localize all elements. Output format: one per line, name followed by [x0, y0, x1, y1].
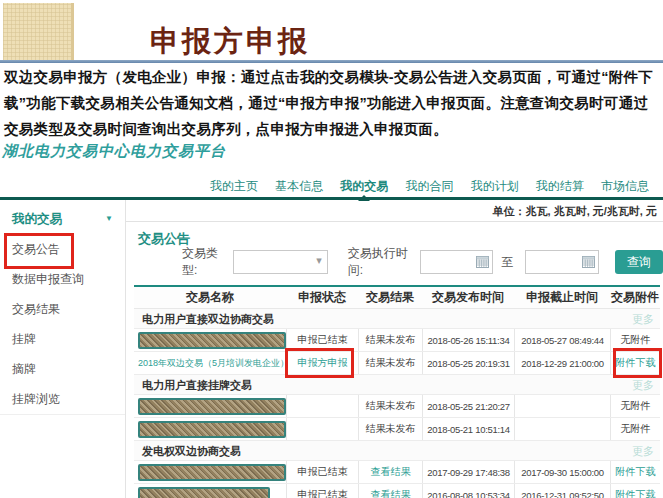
app-area: 我的交易 ▼ 交易公告 数据申报查询 交易结果 挂牌 摘牌 挂牌浏览 单位：兆瓦…	[0, 200, 663, 498]
declare-status: 申报已结束	[298, 465, 348, 479]
attachment-download-link[interactable]: 附件下载	[616, 465, 656, 479]
nav-item-my-settlement[interactable]: 我的结算	[536, 176, 584, 197]
chevron-down-icon: ▼	[105, 207, 113, 231]
deadline-time: 2016-12-31 09:52:50	[521, 490, 604, 498]
sidebar-item-listing-browse[interactable]: 挂牌浏览	[0, 384, 125, 414]
trade-type-select[interactable]: ▾	[233, 250, 328, 274]
sidebar-group-my-trades[interactable]: 我的交易 ▼	[0, 206, 125, 230]
redacted-trade-name[interactable]	[138, 398, 286, 415]
nav-item-market-info[interactable]: 市场信息	[601, 176, 649, 197]
trade-result: 结果未发布	[366, 399, 416, 413]
redacted-trade-name[interactable]	[138, 464, 286, 481]
nav-item-home[interactable]: 我的主页	[210, 176, 258, 197]
nav-item-my-trades[interactable]: 我的交易	[340, 176, 388, 197]
group-row: 发电权双边协商交易 更多	[134, 441, 660, 461]
table-row: 申报已结束 结果未发布 2018-05-26 15:11:34 2018-05-…	[134, 329, 660, 352]
trade-name-link[interactable]: 2018年双边交易（5月培训发电企业）	[138, 357, 289, 370]
nav-item-basic-info[interactable]: 基本信息	[275, 176, 323, 197]
group-row: 电力用户直接双边协商交易 更多	[134, 309, 660, 329]
attachment-none: 无附件	[621, 422, 651, 436]
table-header: 交易名称 申报状态 交易结果 交易发布时间 申报截止时间 交易附件	[134, 287, 660, 309]
publish-time: 2018-05-21 10:51:14	[427, 424, 510, 435]
more-link[interactable]: 更多	[632, 441, 654, 461]
deadline-time: 2018-12-29 21:00:00	[521, 358, 604, 369]
slide: 申报方申报 双边交易申报方（发电企业）申报：通过点击我的交易模块-交易公告进入交…	[0, 0, 663, 498]
main-content: 单位：兆瓦, 兆瓦时, 元/兆瓦时, 元 交易公告 交易类型: ▾ 交易执行时间…	[126, 200, 663, 498]
content-divider	[126, 221, 663, 222]
sidebar-group-label: 我的交易	[12, 212, 62, 226]
header-trade-name: 交易名称	[134, 289, 286, 306]
table-row: 申报已结束 查看结果 2016-08-08 10:53:34 2016-12-3…	[134, 484, 660, 498]
group-title: 电力用户直接双边协商交易	[142, 313, 274, 325]
description-lead: 双边交易申报方（发电企业）申报：	[4, 69, 241, 85]
trade-type-label: 交易类型:	[182, 245, 229, 279]
header-deadline: 申报截止时间	[514, 289, 610, 306]
table-row: 2018年双边交易（5月培训发电企业） 申报方申报 结果未发布 2018-05-…	[134, 352, 660, 375]
group-title: 发电权双边协商交易	[142, 445, 241, 457]
deadline-time: 2018-05-27 08:49:44	[521, 335, 604, 346]
table-row: 结果未发布 2018-05-21 10:51:14 无附件	[134, 418, 660, 441]
sidebar: 我的交易 ▼ 交易公告 数据申报查询 交易结果 挂牌 摘牌 挂牌浏览	[0, 200, 126, 498]
platform-name: 湖北电力交易中心电力交易平台	[2, 142, 226, 161]
publish-time: 2016-08-08 10:53:34	[427, 490, 510, 498]
attachment-download-link[interactable]: 附件下载	[616, 488, 656, 498]
calendar-icon	[582, 255, 595, 268]
more-link[interactable]: 更多	[632, 375, 654, 395]
view-result-link[interactable]: 查看结果	[371, 488, 411, 498]
attachment-none: 无附件	[621, 399, 651, 413]
group-row: 电力用户直接挂牌交易 更多	[134, 375, 660, 395]
table-row: 申报已结束 查看结果 2017-09-29 17:48:38 2017-09-3…	[134, 461, 660, 484]
title-divider	[0, 60, 663, 63]
redacted-trade-name[interactable]	[138, 332, 286, 349]
slide-corner-decoration	[3, 3, 74, 61]
description-text: 双边交易申报方（发电企业）申报：通过点击我的交易模块-交易公告进入交易页面，可通…	[4, 64, 660, 142]
nav-item-my-contracts[interactable]: 我的合同	[405, 176, 453, 197]
deadline-time: 2017-09-30 15:00:00	[521, 467, 604, 478]
exec-time-end-input[interactable]	[525, 250, 598, 274]
publish-time: 2018-05-25 20:19:31	[427, 358, 510, 369]
redacted-trade-name[interactable]	[138, 421, 286, 438]
redacted-trade-name[interactable]	[138, 487, 270, 498]
to-label: 至	[501, 254, 513, 271]
calendar-icon	[476, 255, 489, 268]
header-attachment: 交易附件	[610, 289, 660, 306]
publish-time: 2017-09-29 17:48:38	[427, 467, 510, 478]
top-nav: 我的主页 基本信息 我的交易 我的合同 我的计划 我的结算 市场信息	[190, 176, 663, 197]
attachment-none: 无附件	[621, 333, 651, 347]
header-trade-result: 交易结果	[358, 289, 422, 306]
sidebar-divider	[0, 414, 125, 415]
declare-status: 申报已结束	[298, 333, 348, 347]
attachment-download-link[interactable]: 附件下载	[616, 356, 656, 370]
page-title: 申报方申报	[150, 22, 310, 62]
trade-result: 结果未发布	[366, 356, 416, 370]
highlight-box	[4, 233, 74, 269]
group-title: 电力用户直接挂牌交易	[142, 379, 252, 391]
publish-time: 2018-05-26 15:11:34	[428, 335, 510, 346]
sidebar-item-trade-result[interactable]: 交易结果	[0, 294, 125, 324]
search-button[interactable]: 查询	[615, 250, 663, 274]
chevron-down-icon: ▾	[316, 254, 322, 267]
announcement-table: 交易名称 申报状态 交易结果 交易发布时间 申报截止时间 交易附件 电力用户直接…	[134, 285, 660, 498]
header-publish-time: 交易发布时间	[422, 289, 514, 306]
header-declare-status: 申报状态	[286, 289, 358, 306]
trade-result: 结果未发布	[366, 333, 416, 347]
exec-time-label: 交易执行时间:	[348, 245, 417, 279]
publish-time: 2018-05-25 21:20:27	[427, 401, 510, 412]
sidebar-item-listing[interactable]: 挂牌	[0, 324, 125, 354]
trade-result: 结果未发布	[366, 422, 416, 436]
declare-status: 申报已结束	[298, 488, 348, 498]
view-result-link[interactable]: 查看结果	[371, 465, 411, 479]
table-row: 结果未发布 2018-05-25 21:20:27 无附件	[134, 395, 660, 418]
sidebar-item-delisting[interactable]: 摘牌	[0, 354, 125, 384]
more-link[interactable]: 更多	[632, 309, 654, 329]
unit-label: 单位：兆瓦, 兆瓦时, 元/兆瓦时, 元	[493, 204, 657, 219]
filter-bar: 交易类型: ▾ 交易执行时间: 至	[126, 249, 663, 275]
nav-item-my-plans[interactable]: 我的计划	[471, 176, 519, 197]
declare-link[interactable]: 申报方申报	[298, 356, 348, 370]
exec-time-start-input[interactable]	[420, 250, 493, 274]
